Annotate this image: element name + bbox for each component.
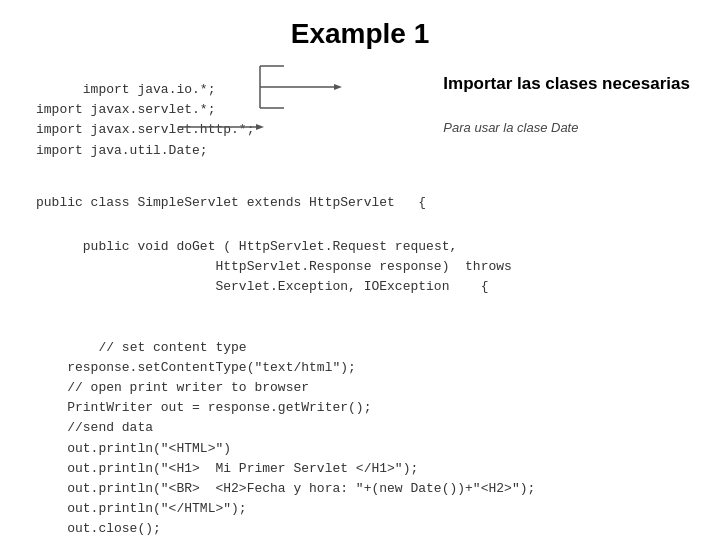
annotation-para: Para usar la clase Date: [443, 120, 578, 135]
annotation-importar: Importar las clases necesarias: [443, 74, 690, 94]
bracket-imports: [254, 62, 434, 124]
page-title: Example 1: [0, 0, 720, 60]
svg-marker-4: [334, 84, 342, 90]
code-body: // set content type response.setContentT…: [36, 318, 700, 540]
arrow-date: [176, 117, 296, 137]
code-class-decl: public class SimpleServlet extends HttpS…: [36, 193, 700, 213]
svg-marker-6: [256, 124, 264, 130]
code-method: public void doGet ( HttpServlet.Request …: [36, 217, 700, 318]
